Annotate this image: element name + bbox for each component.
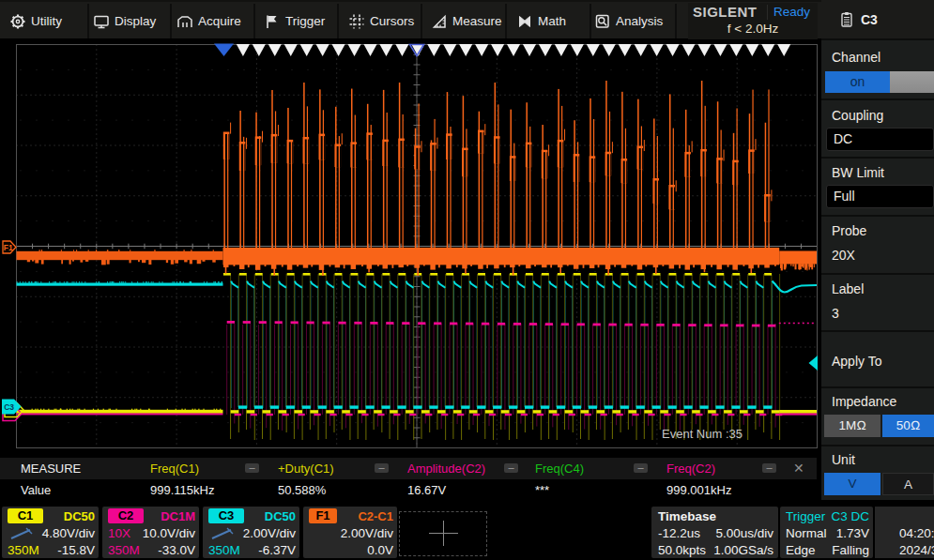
svg-text:F1: F1 (4, 243, 13, 252)
svg-text:Event Num :35: Event Num :35 (662, 427, 743, 441)
svg-text:C3: C3 (4, 402, 14, 412)
